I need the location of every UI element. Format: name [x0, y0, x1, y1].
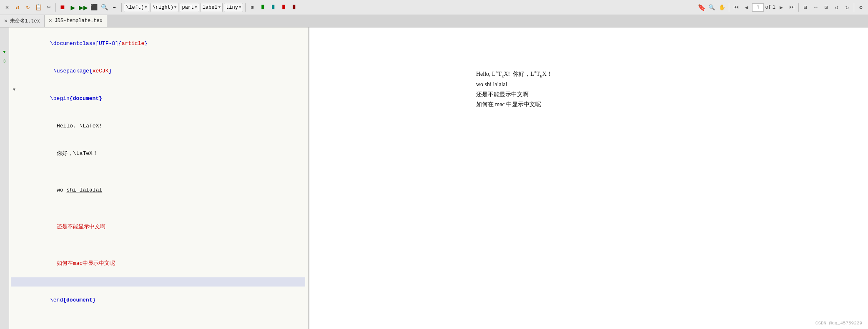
sep1: [55, 3, 56, 12]
gutter-item-2: [0, 38, 9, 47]
gutter-item-3[interactable]: ▼: [0, 47, 9, 57]
gutter-item-6: [0, 75, 9, 84]
magic-icon[interactable]: ⋯: [110, 3, 119, 12]
code-span: Hello, \LaTeX!: [57, 123, 102, 129]
scissors-icon[interactable]: ✂: [44, 3, 53, 12]
code-span: \end: [50, 297, 63, 303]
label-arrow: ▼: [218, 5, 221, 10]
tiny-dropdown[interactable]: tiny ▼: [224, 3, 243, 12]
main-area: ▼ 3 \documentclass[UTF-8]{article}: [0, 27, 868, 329]
tab-jds-label: JDS-template.tex: [55, 18, 103, 24]
tab-unnamed[interactable]: ✕ 未命名1.tex: [0, 15, 45, 27]
gutter-item-9: [0, 102, 9, 112]
stop-icon[interactable]: ■: [58, 3, 67, 12]
tiny-label: tiny: [226, 5, 238, 10]
prev-page-far-icon[interactable]: ⏮: [731, 3, 740, 12]
page-of-label: of: [765, 5, 771, 10]
code-span: 你好，\LaTeX！: [57, 150, 98, 157]
run-icon[interactable]: ▶: [68, 3, 78, 12]
undo-icon[interactable]: ↺: [13, 3, 22, 12]
pause-icon[interactable]: ⬛: [89, 3, 98, 12]
next-page-far-icon[interactable]: ⏭: [787, 3, 796, 12]
red-bar-icon[interactable]: █: [279, 3, 288, 12]
part-arrow: ▼: [195, 5, 197, 10]
preview-panel: Hello, LATEX! 你好，LATEX！ wo shi lalalal 还…: [309, 27, 868, 329]
code-text-8: [18, 204, 305, 213]
code-text-6: [18, 167, 305, 177]
format-grid-icon[interactable]: ⊞: [248, 3, 257, 12]
gutter-item-8: [0, 93, 9, 102]
left-paren-label: \left(: [126, 5, 144, 10]
page-number-input[interactable]: 1: [752, 3, 764, 12]
left-paren-dropdown[interactable]: \left( ▼: [124, 3, 149, 12]
gutter-item-13: [0, 139, 9, 148]
editor-panel[interactable]: \documentclass[UTF-8]{article} \usepacka…: [9, 27, 309, 329]
label-dropdown[interactable]: label ▼: [201, 3, 223, 12]
tab-jds[interactable]: ✕ JDS-template.tex: [45, 15, 107, 27]
code-span: }: [144, 40, 148, 47]
code-text-12: [18, 277, 305, 287]
prev-page-icon[interactable]: ◀: [742, 3, 751, 12]
rotate-right-icon[interactable]: ↻: [843, 3, 852, 12]
code-line-7: wo shi lalalal: [11, 177, 305, 204]
preview-line-1: Hello, LATEX! 你好，LATEX！: [476, 69, 701, 80]
code-text-5: 你好，\LaTeX！: [18, 140, 305, 167]
code-text-11: 如何在mac中显示中文呢: [18, 250, 305, 277]
code-line-10: [11, 241, 305, 250]
toolbar-left: ✕ ↺ ↻ 📋 ✂ ■ ▶ ▶▶ ⬛ 🔍 ⋯ \left( ▼ \right) …: [3, 3, 299, 12]
tab-jds-close[interactable]: ✕: [49, 18, 52, 23]
teal-bar-icon[interactable]: █: [268, 3, 278, 12]
label-label: label: [203, 5, 218, 10]
tab-unnamed-close[interactable]: ✕: [4, 18, 8, 24]
page-total-label: 1: [773, 5, 775, 10]
close-icon[interactable]: ✕: [3, 3, 12, 12]
fit-page-icon[interactable]: ⊡: [822, 3, 831, 12]
preview-page: Hello, LATEX! 你好，LATEX！ wo shi lalalal 还…: [443, 44, 735, 252]
hand-icon[interactable]: ✋: [717, 3, 727, 12]
bookmark-icon[interactable]: 🔖: [697, 3, 706, 12]
code-span-strike: shi lalalal: [66, 187, 102, 193]
gutter-item-7: [0, 84, 9, 93]
dark-red-bar-icon[interactable]: █: [289, 3, 299, 12]
right-paren-dropdown[interactable]: \right) ▼: [151, 3, 179, 12]
code-line-11: 如何在mac中显示中文呢: [11, 250, 305, 277]
tiny-arrow: ▼: [239, 5, 241, 10]
copy-icon[interactable]: 📋: [34, 3, 43, 12]
tab-unnamed-label: 未命名1.tex: [10, 17, 40, 25]
next-page-icon[interactable]: ▶: [777, 3, 786, 12]
rotate-left-icon[interactable]: ↺: [832, 3, 841, 12]
preview-line-4: 如何在 mac 中显示中文呢: [476, 100, 701, 110]
search-icon[interactable]: 🔍: [100, 3, 109, 12]
zoom-out-icon[interactable]: ↔: [811, 3, 820, 12]
code-span: {document}: [63, 297, 95, 303]
sep2: [121, 3, 122, 12]
part-dropdown[interactable]: part ▼: [180, 3, 199, 12]
gutter-item-14: [0, 148, 9, 157]
redo-icon[interactable]: ↻: [23, 3, 33, 12]
code-line-12: [11, 277, 305, 287]
green-bar-icon[interactable]: █: [258, 3, 267, 12]
zoom-search-icon[interactable]: 🔍: [707, 3, 716, 12]
sep4: [729, 3, 729, 12]
left-paren-arrow: ▼: [145, 5, 147, 10]
editor-content[interactable]: \documentclass[UTF-8]{article} \usepacka…: [9, 27, 309, 329]
code-span: 还是不能显示中文啊: [57, 224, 105, 230]
gutter-item-4: 3: [0, 57, 9, 66]
tab-bar: ✕ 未命名1.tex ✕ JDS-template.tex: [0, 15, 868, 27]
toolbar: ✕ ↺ ↻ 📋 ✂ ■ ▶ ▶▶ ⬛ 🔍 ⋯ \left( ▼ \right) …: [0, 0, 868, 15]
code-line-1: \documentclass[UTF-8]{article}: [11, 30, 305, 57]
code-line-13: \end{document}: [11, 287, 305, 314]
nav-extra-icon[interactable]: ⚙: [856, 3, 865, 12]
run-all-icon[interactable]: ▶▶: [79, 3, 88, 12]
code-text-7: wo shi lalalal: [18, 177, 305, 204]
code-span: wo: [57, 187, 66, 193]
right-paren-arrow: ▼: [174, 5, 176, 10]
fit-width-icon[interactable]: ⊟: [801, 3, 810, 12]
fold-arrow-3[interactable]: ▼: [11, 85, 18, 95]
gutter-item-11: [0, 121, 9, 130]
preview-line-3: 还是不能显示中文啊: [476, 90, 701, 100]
code-text-4: Hello, \LaTeX!: [18, 112, 305, 140]
sep5: [798, 3, 799, 12]
right-paren-label: \right): [153, 5, 173, 10]
code-line-8: [11, 204, 305, 213]
